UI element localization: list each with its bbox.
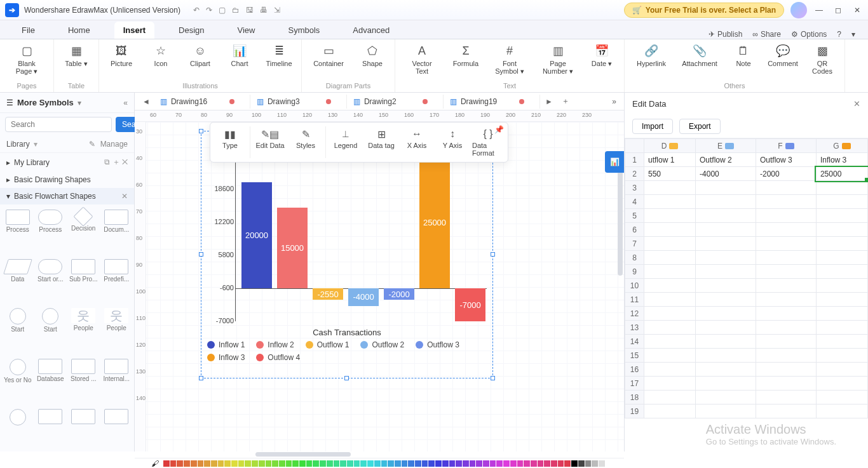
color-swatch[interactable] <box>327 460 333 467</box>
legend-outflow-3[interactable]: Outflow 3 <box>416 340 459 349</box>
color-swatch[interactable] <box>218 460 224 467</box>
color-swatch[interactable] <box>177 460 183 467</box>
shape-predefi-[interactable]: Predefi... <box>102 258 132 305</box>
bar-outflow-1[interactable]: -2550 <box>313 288 343 300</box>
shape-process[interactable]: Process <box>36 208 65 255</box>
chart-tb-type[interactable]: ▮▮Type <box>213 125 247 159</box>
shape-start-or-[interactable]: Start or... <box>36 258 65 305</box>
help-icon[interactable]: ? <box>837 30 841 39</box>
color-swatch[interactable] <box>245 460 251 467</box>
color-swatch[interactable] <box>415 460 421 467</box>
horizontal-scrollbar[interactable] <box>135 451 624 458</box>
ribbon-comment[interactable]: 💬Comment <box>764 42 801 76</box>
menu-tab-design[interactable]: Design <box>170 22 213 39</box>
search-input[interactable] <box>5 117 112 132</box>
shape-decision[interactable]: Decision <box>68 208 98 255</box>
color-swatch[interactable] <box>381 460 388 467</box>
shape-people[interactable]: 웃People <box>68 307 98 355</box>
color-swatch[interactable] <box>544 460 550 467</box>
ribbon-picture[interactable]: 🖼Picture <box>103 42 140 69</box>
more-symbols-title[interactable]: More Symbols <box>17 98 74 107</box>
color-swatch[interactable] <box>360 460 367 467</box>
color-swatch[interactable] <box>340 460 346 467</box>
color-swatch[interactable] <box>510 460 517 467</box>
color-swatch[interactable] <box>279 460 285 467</box>
legend-inflow-3[interactable]: Inflow 3 <box>207 353 245 362</box>
bar-outflow-3[interactable]: -2000 <box>384 288 414 300</box>
color-swatch[interactable] <box>408 460 414 467</box>
legend-inflow-2[interactable]: Inflow 2 <box>256 340 294 349</box>
more-icon[interactable]: ▾ <box>851 30 855 39</box>
ribbon-font-symbol[interactable]: #FontSymbol ▾ <box>487 42 532 76</box>
add-tab-icon[interactable]: ＋ <box>558 96 573 107</box>
color-swatch[interactable] <box>374 460 381 467</box>
publish-button[interactable]: ✈ Publish <box>709 30 742 39</box>
import-button[interactable]: Import <box>632 119 673 134</box>
color-swatch[interactable] <box>496 460 503 467</box>
color-swatch[interactable] <box>354 460 360 467</box>
shape-process[interactable]: Process <box>3 208 33 255</box>
shape-sub-pro-[interactable]: Sub Pro... <box>68 258 98 305</box>
open-icon[interactable]: 🗀 <box>232 6 240 15</box>
tabs-prev-icon[interactable]: ◄ <box>139 97 154 106</box>
color-swatch[interactable] <box>292 460 299 467</box>
ribbon-table[interactable]: ▦Table ▾ <box>58 42 95 69</box>
color-swatch[interactable] <box>347 460 353 467</box>
cat-basic-drawing[interactable]: ▸ Basic Drawing Shapes <box>0 171 134 188</box>
color-swatch[interactable] <box>170 460 177 467</box>
color-swatch[interactable] <box>463 460 469 467</box>
shape-database[interactable]: Database <box>36 358 65 406</box>
cat-my-library[interactable]: ▸ My Library ⧉ ＋ ✕ <box>0 153 134 171</box>
color-swatch[interactable] <box>191 460 197 467</box>
canvas-inner[interactable]: 304060708090100110120130140 📊 📌 ▮▮Type✎▤… <box>135 122 624 451</box>
ribbon-attachment[interactable]: 📎Attachment <box>677 42 722 76</box>
ribbon-timeline[interactable]: ≣Timeline <box>261 42 297 69</box>
color-swatch[interactable] <box>334 460 340 467</box>
shape-yes-or-no[interactable]: Yes or No <box>3 358 33 406</box>
cat-basic-flowchart[interactable]: ▾ Basic Flowchart Shapes✕ <box>0 188 134 204</box>
eyedropper-icon[interactable]: 🖌 <box>151 459 159 468</box>
undo-icon[interactable]: ↶ <box>193 6 200 15</box>
shape-extra[interactable] <box>36 408 65 448</box>
color-swatch[interactable] <box>503 460 510 467</box>
color-swatch[interactable] <box>231 460 238 467</box>
color-swatch[interactable] <box>402 460 408 467</box>
chart-tb-styles[interactable]: ✎Styles <box>288 125 323 159</box>
shape-stored-[interactable]: Stored ... <box>68 358 98 406</box>
doc-tab-drawing2[interactable]: ▥Drawing2 <box>348 95 444 109</box>
ribbon-qr-codes[interactable]: ▩QRCodes <box>804 42 841 76</box>
export-icon[interactable]: ⇲ <box>274 6 280 15</box>
mylib-copy-icon[interactable]: ⧉ <box>104 157 110 166</box>
color-swatch[interactable] <box>266 460 272 467</box>
shape-internal-[interactable]: Internal... <box>102 358 132 406</box>
ribbon-page-number[interactable]: ▥PageNumber ▾ <box>535 42 581 76</box>
menu-tab-home[interactable]: Home <box>59 22 99 39</box>
export-button[interactable]: Export <box>679 119 721 134</box>
color-swatch[interactable] <box>470 460 476 467</box>
color-swatch[interactable] <box>320 460 326 467</box>
redo-icon[interactable]: ↷ <box>206 6 212 15</box>
ribbon-icon[interactable]: ☆Icon <box>142 42 179 69</box>
color-swatch[interactable] <box>449 460 456 467</box>
chart-tb-y-axis[interactable]: ↕Y Axis <box>435 125 470 159</box>
chart-tb-legend[interactable]: ⟂Legend <box>329 125 363 159</box>
color-palette-strip[interactable]: 🖌 <box>135 458 624 468</box>
hamburger-icon[interactable]: ☰ <box>6 98 13 107</box>
color-swatch[interactable] <box>198 460 204 467</box>
color-swatch[interactable] <box>224 460 231 467</box>
shape-docum-[interactable]: Docum... <box>102 208 132 255</box>
save-icon[interactable]: 🖫 <box>246 6 254 15</box>
ribbon-date[interactable]: 📅Date ▾ <box>583 42 620 76</box>
maximize-button[interactable]: ◻ <box>832 6 844 15</box>
color-swatch[interactable] <box>456 460 462 467</box>
color-swatch[interactable] <box>306 460 313 467</box>
tabs-overflow-icon[interactable]: » <box>608 97 620 106</box>
chart-tb-x-axis[interactable]: ↔X Axis <box>400 125 434 159</box>
shape-extra[interactable] <box>68 408 98 448</box>
ribbon-vector-text[interactable]: AVectorText <box>399 42 445 76</box>
color-swatch[interactable] <box>395 460 401 467</box>
color-swatch[interactable] <box>551 460 557 467</box>
ribbon-shape[interactable]: ⬠Shape <box>354 42 391 69</box>
menu-tab-insert[interactable]: Insert <box>114 22 154 39</box>
share-button[interactable]: ∞ Share <box>752 30 781 39</box>
